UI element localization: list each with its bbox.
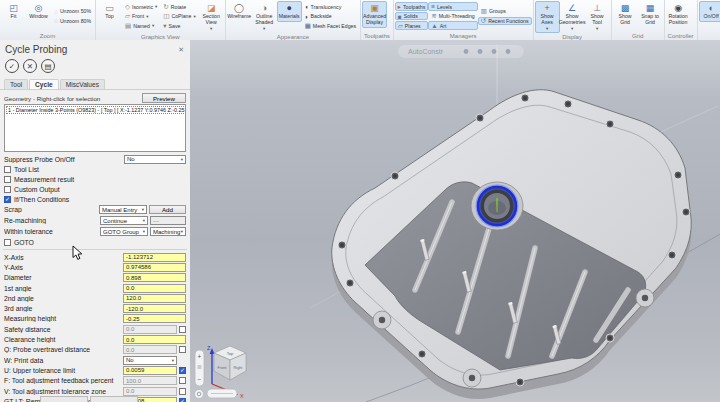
scrap-select[interactable]: Manual Entry▾ [99, 205, 147, 214]
save-button[interactable]: ▤ [41, 59, 55, 73]
advanced-display-button[interactable]: ▣Advanced Display [362, 1, 387, 28]
window-button[interactable]: ◎Window [26, 1, 51, 22]
y-axis-input[interactable]: 0.974586 [123, 263, 186, 272]
cancel-button[interactable]: ✕ [23, 59, 37, 73]
dialog-bottom-button[interactable] [90, 396, 138, 402]
groups-button[interactable]: ▥Groups [478, 7, 532, 16]
field-row-safety-distance: Safety distance0.0 [0, 324, 190, 334]
1st-angle-input[interactable]: 0.0 [123, 284, 186, 293]
checkbox[interactable] [179, 346, 186, 353]
within-tolerance-select[interactable]: GOTO Group▾ [100, 227, 148, 236]
preview-button[interactable]: Preview [142, 93, 186, 103]
fit-button[interactable]: ◰Fit [1, 1, 26, 22]
checkbox[interactable] [4, 239, 11, 246]
safety-distance-input[interactable]: 0.0 [123, 325, 177, 334]
re-machining-select[interactable]: Continue▾ [100, 216, 148, 225]
overlay-tool-icon[interactable] [506, 49, 511, 54]
zoom-slider[interactable]: + − [195, 350, 204, 386]
3rd-angle-input[interactable]: -120.0 [123, 304, 186, 313]
art-button[interactable]: ▲Art [428, 21, 478, 30]
viewport-canvas[interactable]: AutoConstr [190, 40, 720, 402]
panel-close-icon[interactable]: ✕ [178, 46, 184, 54]
wireframe-button[interactable]: ◯Wireframe [227, 1, 252, 22]
zoom-minus-button[interactable]: − [198, 376, 202, 383]
clearance-height-input[interactable]: 0.0 [123, 335, 186, 344]
solids-button[interactable]: ■Solids [395, 12, 428, 21]
v-tool-adjustment-tolerance-zone-input[interactable]: 0.0 [123, 387, 177, 396]
materials-button[interactable]: ●Materials [277, 1, 302, 22]
planes-button[interactable]: ▱Planes [395, 21, 428, 30]
ok-button[interactable]: ✓ [5, 59, 19, 73]
multi-threading-button[interactable]: ≋Multi-Threading [428, 12, 478, 21]
field-row-1st-angle: 1st angle0.0 [0, 283, 190, 293]
checkbox[interactable] [4, 186, 11, 193]
show-grid-button[interactable]: ▩Show Grid [613, 1, 638, 28]
measuring-height-input[interactable]: -0.25 [123, 314, 186, 323]
2nd-angle-input[interactable]: 120.0 [123, 294, 186, 303]
checkbox[interactable] [4, 176, 11, 183]
q-probe-overtravel-distance-input[interactable]: 0.0 [123, 345, 177, 354]
checkbox-checked[interactable]: ✓ [179, 398, 186, 402]
add-button[interactable]: Add [149, 205, 186, 214]
x-axis-input[interactable]: -1.123712 [123, 253, 186, 262]
overlay-tool-icon[interactable] [478, 49, 483, 54]
levels-button[interactable]: ≡Levels [428, 2, 478, 11]
checkbox[interactable] [4, 166, 11, 173]
viewport-3d[interactable]: AutoConstr [190, 40, 720, 402]
viewport-overlay-toolbar[interactable]: AutoConstr [398, 45, 524, 58]
checkbox[interactable] [179, 377, 186, 384]
overlay-tool-icon[interactable] [464, 49, 469, 54]
chevron-down-icon: ▾ [181, 229, 183, 234]
zoom-slider-handle[interactable] [198, 365, 202, 369]
re-machining-extra-select[interactable]: --- [150, 216, 186, 225]
mesh-facet-edges-button[interactable]: ▦Mesh Facet Edges [302, 21, 359, 30]
section-view-button[interactable]: ◪Section View▾ [199, 1, 224, 33]
rotation-position-button[interactable]: ◉Rotation Position [666, 1, 691, 28]
coplane-button[interactable]: ◫CoPlane▾ [160, 12, 198, 21]
part-model[interactable] [332, 90, 691, 399]
snap-to-grid-button[interactable]: ▦Snap to Grid [638, 1, 663, 28]
top-button[interactable]: ▭Top [97, 1, 122, 22]
zoom-plus-button[interactable]: + [198, 353, 202, 360]
field-row-clearance-height: Clearance height0.0 [0, 334, 190, 344]
translucency-button[interactable]: ◖Translucency [302, 2, 359, 11]
checkbox[interactable] [179, 388, 186, 395]
within-tolerance-extra-select[interactable]: Machining aft▾ [150, 227, 186, 236]
checkbox-checked[interactable]: ✓ [179, 367, 186, 374]
rotate-button[interactable]: ↻Rotate [160, 2, 198, 11]
checkbox-checked[interactable]: ✓ [4, 196, 11, 203]
diameter-input[interactable]: 0.898 [123, 273, 186, 282]
show-tool-button[interactable]: ⊥Show Tool▾ [585, 1, 610, 33]
tab-tool[interactable]: Tool [4, 79, 28, 89]
u-upper-tolerance-limit-input[interactable]: 0.0059 [123, 366, 177, 375]
isometric-button[interactable]: ◇Isometric▾ [122, 2, 160, 11]
recent-functions-button[interactable]: ↺Recent Functions [478, 17, 532, 26]
on-off-button[interactable]: ◐On/Off [699, 1, 720, 22]
save-view-icon: ▾ [163, 22, 166, 30]
view-cube[interactable]: Top Front Right [214, 346, 246, 380]
toolpaths-button[interactable]: ▸Toolpaths [395, 2, 428, 11]
dialog-bottom-button[interactable] [40, 396, 88, 402]
show-axes-button[interactable]: +Show Axes▾ [535, 1, 560, 33]
viewport-settings-button[interactable] [195, 390, 204, 399]
chevron-down-icon: ▾ [142, 207, 144, 212]
checkbox[interactable] [179, 326, 186, 333]
tab-miscvalues[interactable]: MiscValues [60, 79, 105, 89]
geometry-list[interactable]: 1 - Diameter Inside 3-Points (O9823) - [… [4, 104, 186, 152]
w-print-data-select[interactable]: No▾ [123, 356, 177, 365]
outline-shaded-button[interactable]: ◑Outline Shaded▾ [252, 1, 277, 33]
suppress-probe-select[interactable]: No▾ [124, 155, 186, 164]
unzoom-50-button[interactable]: ◌Unzoom 50% [51, 7, 94, 16]
probed-bore[interactable] [471, 182, 523, 230]
show-geometries-button[interactable]: ∠Show Geometries▾ [560, 1, 585, 33]
geometry-list-item[interactable]: 1 - Diameter Inside 3-Points (O9823) - [… [6, 106, 186, 114]
front-button[interactable]: ▱Front▾ [122, 12, 160, 21]
overlay-tool-icon[interactable] [492, 49, 497, 54]
chevron-down-icon: ▾ [181, 157, 183, 162]
tab-cycle[interactable]: Cycle [29, 79, 59, 89]
named-button[interactable]: ▤Named▾ [122, 21, 160, 30]
backside-button[interactable]: ◗Backside [302, 12, 359, 21]
save-button[interactable]: ▾Save [160, 21, 198, 30]
f-tool-adjustment-feedback-percent-input[interactable]: 100.0 [123, 376, 177, 385]
unzoom-80-button[interactable]: ◌Unzoom 80% [51, 17, 94, 26]
